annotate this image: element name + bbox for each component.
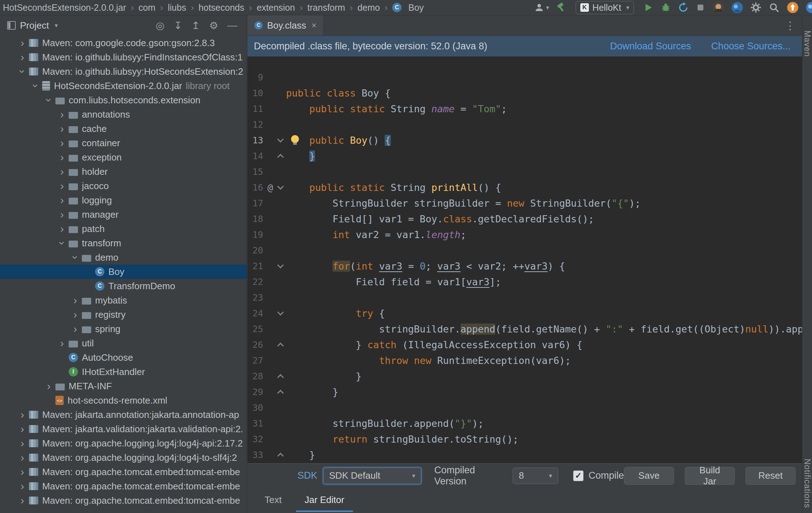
tree-item-boy[interactable]: ›Boy	[0, 265, 247, 279]
fold-close-icon[interactable]	[277, 154, 284, 160]
fold-close-icon[interactable]	[277, 342, 284, 349]
intention-bulb-icon[interactable]	[291, 135, 299, 143]
expand-all-button[interactable]: ↧	[174, 20, 182, 31]
chevron-collapsed-icon[interactable]: ›	[16, 424, 29, 434]
breadcrumb-item-com[interactable]: com	[138, 3, 155, 13]
tree-item-maven-com-google-code-gson-gson-2-8-3[interactable]: ›Maven: com.google.code.gson:gson:2.8.3	[0, 36, 247, 50]
tree-item-maven-org-apache-logging-log4j-log4j-api[interactable]: ›Maven: org.apache.logging.log4j:log4j-a…	[0, 436, 247, 450]
chevron-collapsed-icon[interactable]: ›	[69, 309, 82, 320]
chevron-collapsed-icon[interactable]: ›	[69, 324, 82, 334]
fold-close-icon[interactable]	[277, 390, 284, 396]
choose-sources-link[interactable]: Choose Sources...	[711, 41, 791, 52]
sdk-select[interactable]: SDK Default ▾	[323, 468, 422, 484]
tree-item-annotations[interactable]: ›annotations	[0, 107, 247, 122]
collapse-all-button[interactable]: ↥	[191, 20, 200, 31]
chevron-collapsed-icon[interactable]: ›	[16, 467, 29, 477]
tree-item-jacoco[interactable]: ›jacoco	[0, 179, 247, 193]
tree-item-demo[interactable]: ›demo	[0, 250, 247, 265]
chevron-collapsed-icon[interactable]: ›	[16, 409, 29, 420]
tree-item-spring[interactable]: ›spring	[0, 322, 247, 336]
hide-panel-button[interactable]: —	[227, 20, 237, 31]
chevron-collapsed-icon[interactable]: ›	[16, 38, 29, 48]
hot-reload-button[interactable]	[678, 2, 689, 13]
tree-item-maven-jakarta-annotation-jakarta-annotat[interactable]: ›Maven: jakarta.annotation:jakarta.annot…	[0, 408, 247, 422]
chevron-collapsed-icon[interactable]: ›	[55, 109, 69, 120]
tree-item-cache[interactable]: ›cache	[0, 122, 247, 136]
panel-options-gear-icon[interactable]: ⚙	[209, 20, 218, 31]
tree-item-ihotexthandler[interactable]: ›IHotExtHandler	[0, 365, 247, 379]
chevron-collapsed-icon[interactable]: ›	[69, 295, 82, 306]
fold-open-icon[interactable]	[277, 136, 284, 142]
run-button[interactable]	[643, 2, 654, 13]
tree-item-holder[interactable]: ›holder	[0, 164, 247, 179]
breadcrumb-item-transform[interactable]: transform	[307, 3, 345, 13]
chevron-expanded-icon[interactable]: ›	[30, 79, 41, 93]
fold-open-icon[interactable]	[277, 183, 284, 189]
chevron-collapsed-icon[interactable]: ›	[16, 52, 29, 63]
chevron-collapsed-icon[interactable]: ›	[16, 495, 29, 506]
tree-item-transformdemo[interactable]: ›TransformDemo	[0, 279, 247, 293]
update-available-icon[interactable]	[787, 1, 799, 14]
build-jar-button[interactable]: Build Jar	[685, 467, 735, 485]
search-everywhere-icon[interactable]	[768, 2, 780, 13]
tree-item-maven-io-github-liubsyy-findinstancesofc[interactable]: ›Maven: io.github.liubsyy:FindInstancesO…	[0, 50, 247, 64]
tree-item-mybatis[interactable]: ›mybatis	[0, 293, 247, 307]
breadcrumb-item-hotsecondsextension-2-0-0-jar[interactable]: HotSecondsExtension-2.0.0.jar	[3, 3, 126, 13]
tree-item-hotsecondsextension-2-0-0-jar[interactable]: ›HotSecondsExtension-2.0.0.jarlibrary ro…	[0, 79, 247, 93]
chevron-collapsed-icon[interactable]: ›	[55, 123, 69, 134]
fold-open-icon[interactable]	[277, 262, 284, 268]
close-icon[interactable]: ×	[311, 20, 316, 30]
breadcrumb-item-hotseconds[interactable]: hotseconds	[198, 3, 244, 13]
breadcrumb-item-boy[interactable]: Boy	[392, 3, 424, 13]
chevron-collapsed-icon[interactable]: ›	[55, 223, 69, 234]
stop-button[interactable]	[695, 3, 705, 13]
save-button[interactable]: Save	[624, 467, 674, 485]
tree-item-maven-org-apache-logging-log4j-log4j-to-[interactable]: ›Maven: org.apache.logging.log4j:log4j-t…	[0, 450, 247, 465]
download-sources-link[interactable]: Download Sources	[610, 41, 691, 52]
tree-item-maven-org-apache-tomcat-embed-tomcat-emb[interactable]: ›Maven: org.apache.tomcat.embed:tomcat-e…	[0, 465, 247, 479]
build-hammer-icon[interactable]	[556, 2, 567, 13]
chevron-collapsed-icon[interactable]: ›	[55, 181, 69, 191]
avatar-icon[interactable]	[712, 1, 724, 14]
chevron-expanded-icon[interactable]: ›	[17, 65, 28, 78]
code-editor[interactable]: 910public class Boy {11 public static St…	[247, 56, 802, 463]
tree-item-maven-org-apache-tomcat-embed-tomcat-emb[interactable]: ›Maven: org.apache.tomcat.embed:tomcat-e…	[0, 493, 247, 508]
chevron-collapsed-icon[interactable]: ›	[16, 481, 29, 492]
tab-text[interactable]: Text	[256, 489, 290, 512]
chevron-collapsed-icon[interactable]: ›	[55, 195, 69, 206]
chevron-expanded-icon[interactable]: ›	[57, 237, 68, 250]
tree-item-exception[interactable]: ›exception	[0, 150, 247, 164]
project-view-selector[interactable]: Project ▾	[7, 20, 58, 31]
tree-item-patch[interactable]: ›patch	[0, 222, 247, 236]
chevron-collapsed-icon[interactable]: ›	[55, 338, 69, 349]
fold-open-icon[interactable]	[277, 309, 284, 315]
tree-item-meta-inf[interactable]: ›META-INF	[0, 379, 247, 393]
tree-item-hot-seconds-remote-xml[interactable]: ›hot-seconds-remote.xml	[0, 393, 247, 408]
chevron-collapsed-icon[interactable]: ›	[42, 381, 55, 391]
tree-item-logging[interactable]: ›logging	[0, 193, 247, 207]
tree-item-com-liubs-hotseconds-extension[interactable]: ›com.liubs.hotseconds.extension	[0, 93, 247, 107]
fold-close-icon[interactable]	[277, 374, 284, 380]
maven-tool-button[interactable]: Maven	[802, 30, 812, 57]
user-account-icon[interactable]: ▾	[534, 2, 549, 13]
tree-item-util[interactable]: ›util	[0, 336, 247, 350]
breadcrumb-item-extension[interactable]: extension	[257, 3, 295, 13]
fold-close-icon[interactable]	[277, 453, 284, 459]
edge-avatar-icon[interactable]	[806, 1, 812, 14]
chevron-collapsed-icon[interactable]: ›	[55, 166, 69, 177]
tree-item-autochoose[interactable]: ›AutoChoose	[0, 350, 247, 365]
tree-item-registry[interactable]: ›registry	[0, 307, 247, 322]
avatar-icon-2[interactable]	[731, 1, 743, 14]
breadcrumb-item-liubs[interactable]: liubs	[168, 3, 186, 13]
tree-item-container[interactable]: ›container	[0, 136, 247, 150]
compile-checkbox[interactable]: ✓	[573, 470, 584, 481]
tree-item-maven-jakarta-validation-jakarta-validat[interactable]: ›Maven: jakarta.validation:jakarta.valid…	[0, 422, 247, 436]
notifications-tool-button[interactable]: Notifications	[802, 459, 812, 508]
chevron-collapsed-icon[interactable]: ›	[16, 438, 29, 449]
chevron-expanded-icon[interactable]: ›	[44, 94, 54, 107]
debug-button[interactable]	[660, 2, 671, 13]
settings-gear-icon[interactable]	[750, 2, 762, 13]
editor-tab-boy-class[interactable]: Boy.class ×	[247, 15, 323, 35]
chevron-collapsed-icon[interactable]: ›	[16, 452, 29, 463]
chevron-collapsed-icon[interactable]: ›	[55, 152, 69, 163]
